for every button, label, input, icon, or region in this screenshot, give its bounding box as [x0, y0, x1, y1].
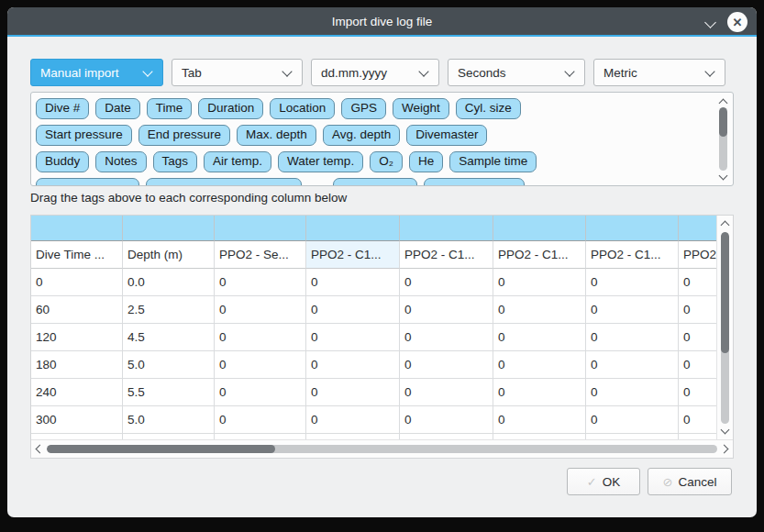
duration-format-select[interactable]: Seconds: [448, 59, 585, 86]
column-header[interactable]: PPO2 - C1...: [400, 241, 493, 269]
tag-o2[interactable]: O₂: [370, 151, 403, 172]
table-cell: 0: [400, 269, 493, 296]
table-vertical-scrollbar[interactable]: [716, 216, 733, 440]
tag-clipped[interactable]: [146, 178, 302, 186]
table-cell: 0: [306, 351, 400, 379]
tag-he[interactable]: He: [409, 151, 443, 172]
column-header[interactable]: PPO2 - Se...: [215, 241, 306, 269]
drop-target-cell[interactable]: [679, 216, 717, 241]
tag-clipped[interactable]: [424, 178, 525, 186]
scrollbar-thumb[interactable]: [721, 232, 729, 353]
dialog-buttons: ✓ OK ⊘ Cancel: [567, 468, 732, 495]
tag-weight[interactable]: Weight: [393, 98, 449, 119]
table-cell: 0: [493, 379, 586, 406]
tag-divemaster[interactable]: Divemaster: [406, 125, 487, 146]
tag-cyl-size[interactable]: Cyl. size: [456, 98, 521, 119]
drop-target-cell[interactable]: [306, 216, 400, 241]
drop-target-cell[interactable]: [493, 216, 586, 241]
tag-max-depth[interactable]: Max. depth: [237, 125, 316, 146]
ok-button[interactable]: ✓ OK: [567, 468, 640, 495]
scrollbar-track[interactable]: [721, 232, 729, 424]
tag-water-temp[interactable]: Water temp.: [278, 151, 363, 172]
table-cell: 5.0: [123, 351, 215, 379]
chevron-down-icon: [418, 66, 428, 76]
units-select[interactable]: Metric: [593, 59, 725, 86]
tag-date[interactable]: Date: [95, 98, 140, 119]
table-cell: 300: [31, 406, 123, 434]
column-header[interactable]: PPO2 - C1...: [493, 241, 586, 269]
cancel-button[interactable]: ⊘ Cancel: [648, 468, 732, 495]
scrollbar-thumb[interactable]: [47, 445, 275, 453]
table-cell: 0: [400, 379, 493, 406]
tag-avg-depth[interactable]: Avg. depth: [323, 125, 400, 146]
tag-end-pressure[interactable]: End pressure: [138, 125, 230, 146]
scroll-up-icon[interactable]: [721, 221, 730, 230]
scrollbar-track[interactable]: [47, 445, 717, 453]
scroll-down-icon[interactable]: [718, 171, 727, 180]
table-cell: 0: [586, 406, 679, 434]
drop-target-row: [31, 216, 717, 241]
table-cell: 0: [679, 324, 717, 351]
table-cell: 5.0: [123, 406, 215, 434]
import-mode-select[interactable]: Manual import: [30, 59, 163, 86]
table-cell: 0: [493, 406, 586, 434]
table-cell: 5.5: [123, 379, 215, 406]
table-cell: 0: [679, 269, 717, 296]
table-cell: 0: [679, 379, 717, 406]
scrollbar-thumb[interactable]: [719, 107, 727, 137]
table-cell: 0: [679, 406, 717, 434]
cancel-circle-icon: ⊘: [663, 475, 673, 489]
table-cell: 0: [215, 296, 306, 324]
column-header[interactable]: PPO2 - C1...: [586, 241, 679, 269]
column-header[interactable]: PPO2: [679, 241, 717, 269]
table-cell: 4.5: [123, 324, 215, 351]
drop-target-cell[interactable]: [123, 216, 215, 241]
table-cell: 0: [400, 406, 493, 434]
drop-target-cell[interactable]: [400, 216, 493, 241]
table-cell: 0: [306, 296, 400, 324]
tag-air-temp[interactable]: Air temp.: [204, 151, 271, 172]
column-header[interactable]: Dive Time ...: [31, 241, 123, 269]
table-cell: 0: [493, 269, 586, 296]
tag-dive-number[interactable]: Dive #: [36, 98, 89, 119]
import-preview-table: Dive Time ... Depth (m) PPO2 - Se... PPO…: [30, 215, 734, 459]
tag-sample-time[interactable]: Sample time: [449, 151, 537, 172]
table-cell: 0: [215, 406, 306, 434]
table-horizontal-scrollbar[interactable]: [31, 439, 733, 458]
import-mode-value: Manual import: [40, 66, 119, 80]
scroll-up-icon[interactable]: [718, 98, 727, 107]
close-button[interactable]: ✕: [727, 12, 747, 32]
tag-clipped[interactable]: [36, 178, 139, 186]
shade-chevron-down-icon[interactable]: [704, 17, 716, 28]
drop-target-cell[interactable]: [586, 216, 679, 241]
scrollbar-track[interactable]: [719, 107, 727, 171]
column-header[interactable]: PPO2 - C1...: [306, 241, 400, 269]
drop-target-cell[interactable]: [31, 216, 123, 241]
table-row: 120 4.5 0 0 0 0 0 0: [31, 324, 717, 351]
table-header-row: Dive Time ... Depth (m) PPO2 - Se... PPO…: [31, 241, 717, 269]
titlebar[interactable]: Import dive log file ✕: [7, 7, 757, 37]
table-cell: 0: [31, 269, 123, 296]
scroll-down-icon[interactable]: [721, 426, 730, 435]
units-value: Metric: [603, 66, 637, 80]
table-cell: 0: [306, 379, 400, 406]
scroll-right-icon[interactable]: [720, 445, 729, 454]
tag-location[interactable]: Location: [270, 98, 335, 119]
tag-tags[interactable]: Tags: [153, 151, 198, 172]
tag-clipped[interactable]: [333, 178, 417, 186]
date-format-value: dd.mm.yyyy: [321, 66, 387, 80]
tag-panel-scrollbar[interactable]: [714, 94, 731, 183]
scroll-left-icon[interactable]: [36, 445, 45, 454]
tag-notes[interactable]: Notes: [95, 151, 146, 172]
tag-duration[interactable]: Duration: [198, 98, 263, 119]
table-cell: 0: [679, 351, 717, 379]
tag-gps[interactable]: GPS: [341, 98, 386, 119]
tag-buddy[interactable]: Buddy: [36, 151, 89, 172]
table-row: 240 5.5 0 0 0 0 0 0: [31, 379, 717, 406]
separator-select[interactable]: Tab: [172, 59, 303, 86]
tag-start-pressure[interactable]: Start pressure: [36, 125, 132, 146]
date-format-select[interactable]: dd.mm.yyyy: [311, 59, 439, 86]
tag-time[interactable]: Time: [147, 98, 193, 119]
column-header[interactable]: Depth (m): [123, 241, 215, 269]
drop-target-cell[interactable]: [215, 216, 306, 241]
